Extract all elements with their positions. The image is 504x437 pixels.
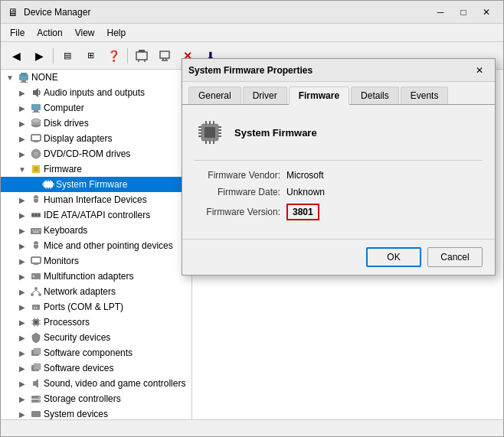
svg-rect-0 [136, 52, 147, 60]
storage-expander[interactable]: ▶ [16, 393, 28, 405]
tree-sw-comp[interactable]: ▶ Software components [1, 345, 191, 360]
svg-line-59 [32, 290, 36, 293]
tree-computer[interactable]: ▶ Computer [1, 100, 191, 116]
window-title: Device Manager [24, 7, 430, 18]
close-button[interactable]: ✕ [476, 4, 497, 21]
tab-driver[interactable]: Driver [243, 86, 287, 104]
audio-expander[interactable]: ▶ [16, 86, 28, 99]
tree-sound[interactable]: ▶ Sound, video and game controllers [1, 376, 191, 391]
svg-rect-45 [32, 230, 34, 231]
tree-security[interactable]: ▶ Security devices [1, 330, 191, 345]
toolbar-back[interactable]: ◀ [5, 45, 27, 67]
toolbar-scan[interactable] [131, 45, 152, 67]
storage-icon [30, 393, 42, 405]
dvd-expander[interactable]: ▶ [16, 148, 28, 160]
tree-mice[interactable]: ▶ Mice and other pointing devices [1, 238, 191, 253]
dialog-close-button[interactable]: ✕ [470, 63, 489, 78]
svg-rect-10 [21, 80, 26, 82]
svg-rect-91 [205, 127, 215, 138]
sw-comp-label: Software components [44, 347, 133, 358]
tree-disk[interactable]: ▶ Disk drives [1, 116, 191, 131]
proc-expander[interactable]: ▶ [16, 316, 28, 328]
menu-help[interactable]: Help [101, 26, 133, 40]
disk-expander[interactable]: ▶ [16, 117, 28, 129]
maximize-button[interactable]: □ [453, 4, 474, 21]
sound-expander[interactable]: ▶ [16, 377, 28, 390]
disk-label: Disk drives [44, 118, 89, 129]
tree-sw-dev[interactable]: ▶ Software devices [1, 360, 191, 376]
toolbar-device[interactable] [154, 45, 175, 67]
kb-expander[interactable]: ▶ [16, 224, 28, 236]
sysdev-expander[interactable]: ▶ [16, 408, 28, 419]
svg-rect-77 [34, 364, 41, 370]
firmware-expander[interactable]: ▼ [16, 163, 28, 175]
tab-firmware[interactable]: Firmware [289, 86, 349, 105]
ports-expander[interactable]: ▶ [16, 301, 28, 313]
tree-audio[interactable]: ▶ Audio inputs and outputs [1, 85, 191, 100]
root-icon [18, 71, 30, 83]
multi-expander[interactable]: ▶ [16, 270, 28, 282]
cancel-button[interactable]: Cancel [427, 247, 483, 267]
dvd-label: DVD/CD-ROM drives [44, 148, 130, 159]
monitors-label: Monitors [44, 256, 79, 266]
menu-view[interactable]: View [69, 26, 101, 40]
version-row: Firmware Version: 3801 [195, 204, 483, 220]
tree-ports[interactable]: ▶ Ports (COM & LPT) [1, 299, 191, 315]
sysdev-icon [30, 408, 42, 419]
mice-expander[interactable]: ▶ [16, 240, 28, 252]
net-expander[interactable]: ▶ [16, 285, 28, 298]
tree-system-dev[interactable]: ▶ System devices [1, 406, 191, 419]
tree-system-firmware[interactable]: System Firmware [1, 177, 191, 192]
mon-expander[interactable]: ▶ [16, 255, 28, 267]
svg-rect-65 [34, 321, 38, 324]
device-tree[interactable]: ▼ NONE ▶ [1, 70, 192, 419]
toolbar-forward[interactable]: ▶ [28, 45, 50, 67]
tab-details[interactable]: Details [351, 86, 399, 104]
ide-expander[interactable]: ▶ [16, 209, 28, 221]
toolbar-properties[interactable]: ▤ [57, 45, 78, 67]
ok-button[interactable]: OK [366, 247, 421, 267]
version-value: 3801 [286, 204, 319, 220]
hid-expander[interactable]: ▶ [16, 194, 28, 206]
toolbar-update-driver[interactable]: ⊞ [80, 45, 101, 67]
security-label: Security devices [44, 332, 110, 343]
svg-rect-75 [34, 348, 41, 354]
display-expander[interactable]: ▶ [16, 132, 28, 145]
tree-storage[interactable]: ▶ Storage controllers [1, 391, 191, 406]
tab-general[interactable]: General [188, 86, 241, 104]
ide-icon [30, 209, 42, 221]
computer-expander[interactable]: ▶ [16, 102, 28, 114]
tab-events[interactable]: Events [401, 86, 449, 104]
tree-firmware[interactable]: ▼ Firmware [1, 161, 191, 177]
swdev-expander[interactable]: ▶ [16, 362, 28, 374]
computer-label: Computer [44, 103, 84, 113]
svg-point-82 [38, 400, 40, 402]
tree-dvd[interactable]: ▶ DVD/CD-ROM drives [1, 146, 191, 161]
menu-file[interactable]: File [4, 26, 31, 40]
svg-point-57 [31, 293, 34, 296]
tree-multi[interactable]: ▶ Multifunction adapters [1, 269, 191, 284]
mice-label: Mice and other pointing devices [44, 240, 173, 251]
tree-root[interactable]: ▼ NONE [1, 70, 191, 85]
disk-icon [30, 117, 42, 129]
storage-label: Storage controllers [44, 393, 121, 404]
keyboard-label: Keyboards [44, 225, 87, 236]
sw-dev-label: Software devices [44, 363, 113, 373]
tree-monitors[interactable]: ▶ Monitors [1, 253, 191, 269]
tree-keyboards[interactable]: ▶ Keyboards [1, 223, 191, 238]
svg-rect-39 [34, 198, 38, 199]
tree-ide[interactable]: ▶ IDE ATA/ATAPI controllers [1, 207, 191, 223]
tree-processors[interactable]: ▶ Processors [1, 315, 191, 330]
computer-icon [30, 102, 42, 114]
minimize-button[interactable]: ─ [430, 4, 451, 21]
tree-network[interactable]: ▶ Network adapters [1, 284, 191, 299]
swcomp-expander[interactable]: ▶ [16, 347, 28, 359]
sec-expander[interactable]: ▶ [16, 331, 28, 344]
svg-rect-15 [32, 112, 40, 113]
tree-hid[interactable]: ▶ Human Interface Devices [1, 192, 191, 207]
toolbar-help[interactable]: ❓ [103, 45, 124, 67]
menu-action[interactable]: Action [31, 26, 68, 40]
tree-display[interactable]: ▶ Display adapters [1, 131, 191, 146]
root-expander[interactable]: ▼ [4, 71, 16, 83]
processor-icon [30, 316, 42, 328]
